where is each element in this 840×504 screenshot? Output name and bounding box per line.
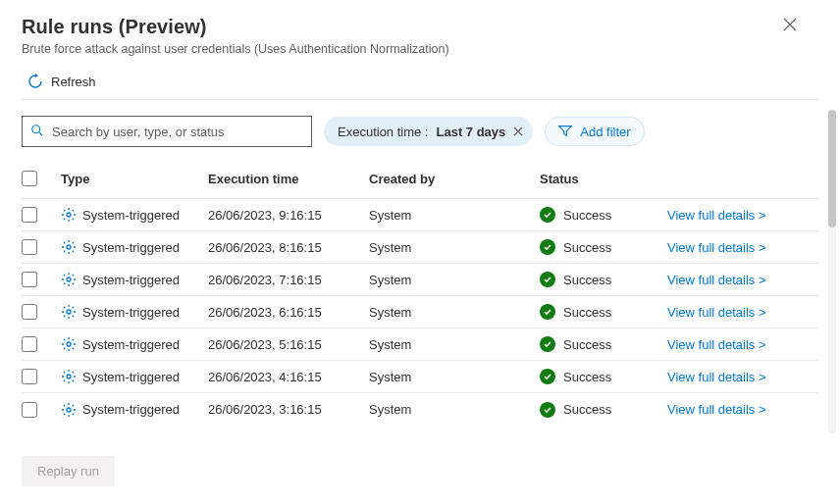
row-type: System-triggered bbox=[82, 402, 180, 417]
table-row: System-triggered26/06/2023, 5:16:15Syste… bbox=[22, 328, 818, 361]
refresh-button[interactable]: Refresh bbox=[22, 74, 818, 100]
view-details-link[interactable]: View full details > bbox=[667, 402, 766, 417]
filter-pill-execution-time[interactable]: Execution time : Last 7 days bbox=[324, 117, 533, 146]
row-status: Success bbox=[563, 337, 611, 352]
col-by[interactable]: Created by bbox=[369, 172, 540, 186]
table-row: System-triggered26/06/2023, 3:16:15Syste… bbox=[22, 393, 818, 426]
gear-icon bbox=[61, 272, 77, 287]
table-row: System-triggered26/06/2023, 6:16:15Syste… bbox=[22, 296, 818, 328]
view-details-link[interactable]: View full details > bbox=[667, 370, 766, 384]
row-by: System bbox=[369, 305, 540, 320]
row-type: System-triggered bbox=[82, 370, 180, 384]
close-button[interactable] bbox=[781, 16, 818, 36]
row-by: System bbox=[369, 402, 540, 417]
close-icon bbox=[783, 18, 797, 31]
gear-icon bbox=[61, 207, 77, 223]
row-checkbox[interactable] bbox=[22, 272, 37, 287]
table-row: System-triggered26/06/2023, 9:16:15Syste… bbox=[22, 199, 818, 231]
scroll-thumb[interactable] bbox=[828, 110, 836, 227]
success-icon bbox=[540, 239, 555, 255]
refresh-icon bbox=[27, 74, 43, 89]
row-time: 26/06/2023, 4:16:15 bbox=[208, 370, 369, 384]
row-status: Success bbox=[563, 240, 611, 255]
row-by: System bbox=[369, 337, 540, 352]
row-time: 26/06/2023, 3:16:15 bbox=[208, 402, 369, 417]
view-details-link[interactable]: View full details > bbox=[667, 273, 766, 287]
add-filter-button[interactable]: Add filter bbox=[545, 117, 644, 146]
results-table: Type Execution time Created by Status Sy… bbox=[22, 171, 818, 446]
col-time[interactable]: Execution time bbox=[208, 172, 369, 186]
success-icon bbox=[540, 272, 555, 287]
success-icon bbox=[540, 369, 555, 384]
table-header: Type Execution time Created by Status bbox=[22, 171, 818, 199]
view-details-link[interactable]: View full details > bbox=[667, 240, 766, 255]
gear-icon bbox=[61, 239, 77, 255]
gear-icon bbox=[61, 369, 77, 384]
row-checkbox[interactable] bbox=[22, 336, 37, 352]
svg-point-6 bbox=[67, 342, 71, 346]
row-checkbox[interactable] bbox=[22, 369, 37, 384]
row-by: System bbox=[369, 208, 540, 223]
row-by: System bbox=[369, 240, 540, 255]
select-all-checkbox[interactable] bbox=[22, 171, 37, 186]
row-type: System-triggered bbox=[82, 337, 180, 352]
gear-icon bbox=[61, 336, 77, 352]
table-row: System-triggered26/06/2023, 7:16:15Syste… bbox=[22, 264, 818, 296]
page-title: Rule runs (Preview) bbox=[22, 16, 449, 38]
svg-point-7 bbox=[67, 375, 71, 378]
row-status: Success bbox=[563, 370, 611, 384]
row-status: Success bbox=[563, 273, 611, 287]
filter-remove-button[interactable] bbox=[513, 125, 523, 139]
row-status: Success bbox=[563, 402, 611, 417]
row-checkbox[interactable] bbox=[22, 304, 37, 320]
row-checkbox[interactable] bbox=[22, 207, 37, 223]
row-type: System-triggered bbox=[82, 273, 180, 287]
svg-line-1 bbox=[39, 131, 43, 135]
svg-point-5 bbox=[67, 310, 71, 314]
view-details-link[interactable]: View full details > bbox=[667, 305, 766, 320]
scrollbar[interactable] bbox=[828, 110, 836, 433]
row-type: System-triggered bbox=[82, 208, 180, 223]
success-icon bbox=[540, 402, 555, 418]
row-type: System-triggered bbox=[82, 240, 180, 255]
row-type: System-triggered bbox=[82, 305, 180, 320]
svg-point-8 bbox=[67, 408, 71, 412]
row-status: Success bbox=[563, 305, 611, 320]
svg-point-4 bbox=[67, 277, 71, 281]
table-row: System-triggered26/06/2023, 8:16:15Syste… bbox=[22, 231, 818, 264]
table-row: System-triggered26/06/2023, 4:16:15Syste… bbox=[22, 361, 818, 393]
search-box[interactable] bbox=[22, 116, 312, 147]
gear-icon bbox=[61, 402, 77, 418]
close-icon bbox=[513, 126, 523, 136]
gear-icon bbox=[61, 304, 77, 320]
filter-prefix: Execution time : bbox=[338, 125, 429, 139]
col-type[interactable]: Type bbox=[61, 172, 208, 186]
row-time: 26/06/2023, 6:16:15 bbox=[208, 305, 369, 320]
filter-icon bbox=[558, 124, 572, 140]
row-time: 26/06/2023, 7:16:15 bbox=[208, 273, 369, 287]
refresh-label: Refresh bbox=[51, 75, 96, 89]
row-time: 26/06/2023, 9:16:15 bbox=[208, 208, 369, 223]
success-icon bbox=[540, 304, 555, 320]
svg-point-0 bbox=[32, 125, 40, 132]
row-time: 26/06/2023, 5:16:15 bbox=[208, 337, 369, 352]
success-icon bbox=[540, 207, 555, 223]
row-status: Success bbox=[563, 208, 611, 223]
svg-point-2 bbox=[67, 213, 71, 217]
row-by: System bbox=[369, 273, 540, 287]
view-details-link[interactable]: View full details > bbox=[667, 337, 766, 352]
replay-run-button: Replay run bbox=[22, 456, 115, 486]
view-details-link[interactable]: View full details > bbox=[667, 208, 766, 223]
search-input[interactable] bbox=[52, 125, 303, 139]
col-status[interactable]: Status bbox=[540, 172, 667, 186]
row-time: 26/06/2023, 8:16:15 bbox=[208, 240, 369, 255]
row-checkbox[interactable] bbox=[22, 239, 37, 255]
success-icon bbox=[540, 336, 555, 352]
row-checkbox[interactable] bbox=[22, 402, 37, 418]
svg-point-3 bbox=[67, 245, 71, 249]
filter-value: Last 7 days bbox=[437, 125, 506, 139]
add-filter-label: Add filter bbox=[580, 125, 630, 139]
page-subtitle: Brute force attack against user credenti… bbox=[22, 42, 449, 56]
row-by: System bbox=[369, 370, 540, 384]
search-icon bbox=[30, 124, 44, 140]
